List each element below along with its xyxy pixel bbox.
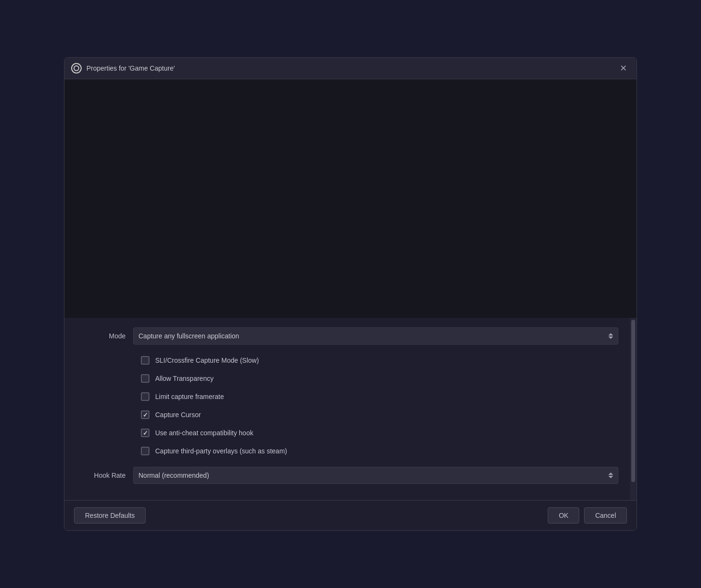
preview-area — [64, 79, 637, 318]
checkbox-group: SLI/Crossfire Capture Mode (Slow) Allow … — [141, 351, 618, 460]
hook-rate-arrow-down-icon — [608, 476, 613, 478]
hook-rate-select[interactable]: Normal (recommended) — [133, 467, 618, 484]
checkbox-label-transparency: Allow Transparency — [155, 375, 213, 382]
checkbox-limit-framerate[interactable] — [141, 392, 149, 401]
hook-rate-select-arrows — [608, 472, 613, 478]
app-logo-icon — [71, 63, 82, 74]
checkbox-anti-cheat[interactable]: ✓ — [141, 429, 149, 437]
mode-select[interactable]: Capture any fullscreen application — [133, 327, 618, 345]
checkbox-label-framerate: Limit capture framerate — [155, 393, 224, 400]
settings-panel: Mode Capture any fullscreen application … — [64, 318, 630, 500]
properties-dialog: Properties for 'Game Capture' ✕ Mode Cap… — [64, 57, 637, 531]
scrollable-content: Mode Capture any fullscreen application … — [64, 318, 637, 500]
checkbox-allow-transparency[interactable] — [141, 374, 149, 383]
cancel-button[interactable]: Cancel — [584, 507, 627, 524]
checkmark-cursor-icon: ✓ — [143, 412, 148, 418]
hook-rate-row: Hook Rate Normal (recommended) — [76, 467, 618, 484]
checkbox-label-cursor: Capture Cursor — [155, 411, 201, 419]
checkbox-row-anticheat: ✓ Use anti-cheat compatibility hook — [141, 424, 618, 442]
checkbox-capture-cursor[interactable]: ✓ — [141, 410, 149, 419]
checkbox-row-transparency: Allow Transparency — [141, 369, 618, 388]
close-button[interactable]: ✕ — [616, 62, 630, 75]
checkbox-label-sli: SLI/Crossfire Capture Mode (Slow) — [155, 357, 259, 364]
arrow-down-icon — [608, 336, 613, 339]
mode-row: Mode Capture any fullscreen application — [76, 327, 618, 345]
title-bar: Properties for 'Game Capture' ✕ — [64, 58, 637, 79]
ok-cancel-group: OK Cancel — [548, 507, 627, 524]
restore-defaults-button[interactable]: Restore Defaults — [74, 507, 146, 524]
arrow-up-icon — [608, 333, 613, 336]
checkbox-third-party-overlays[interactable] — [141, 447, 149, 455]
checkbox-row-cursor: ✓ Capture Cursor — [141, 406, 618, 424]
footer: Restore Defaults OK Cancel — [64, 500, 637, 530]
checkbox-row-sli: SLI/Crossfire Capture Mode (Slow) — [141, 351, 618, 369]
hook-rate-arrow-up-icon — [608, 472, 613, 475]
checkbox-label-overlays: Capture third-party overlays (such as st… — [155, 447, 287, 455]
mode-select-value: Capture any fullscreen application — [138, 332, 608, 340]
ok-button[interactable]: OK — [548, 507, 579, 524]
hook-rate-select-value: Normal (recommended) — [138, 472, 608, 479]
dialog-title: Properties for 'Game Capture' — [86, 64, 612, 72]
mode-label: Mode — [76, 332, 133, 340]
scrollbar-thumb[interactable] — [631, 320, 635, 482]
hook-rate-label: Hook Rate — [76, 472, 133, 479]
mode-select-arrows — [608, 333, 613, 339]
checkbox-label-anticheat: Use anti-cheat compatibility hook — [155, 429, 253, 437]
checkbox-row-overlays: Capture third-party overlays (such as st… — [141, 442, 618, 460]
checkmark-anticheat-icon: ✓ — [143, 430, 148, 436]
checkbox-sli-crossfire[interactable] — [141, 356, 149, 365]
checkbox-row-framerate: Limit capture framerate — [141, 388, 618, 406]
scrollbar[interactable] — [630, 318, 637, 500]
